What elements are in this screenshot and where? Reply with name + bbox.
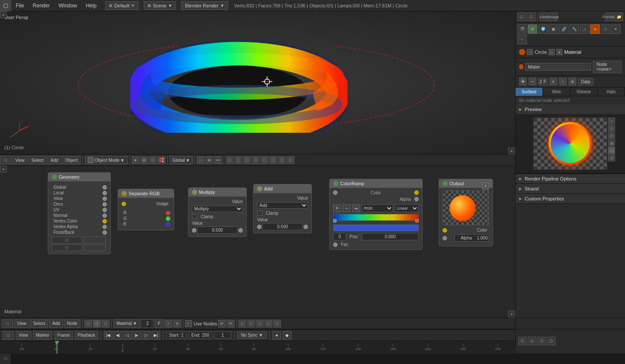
timeline-prev-frame[interactable]: ◀	[113, 331, 122, 340]
node-type-material[interactable]: ⬡	[93, 320, 101, 328]
node-texture-slot2[interactable]	[84, 236, 106, 243]
node-editor-type-btn[interactable]: ⬡	[2, 319, 13, 328]
cr-add-stop[interactable]: +	[333, 204, 341, 212]
tl-right-btn1[interactable]: ⬡	[518, 337, 527, 345]
tl-right-btn3[interactable]: ⬡	[537, 337, 546, 345]
node-view2[interactable]: ⬡	[238, 320, 246, 328]
timeline-frame-btn[interactable]: Frame	[54, 331, 73, 340]
multiply-header[interactable]: Multiply	[188, 188, 246, 197]
prop-scene-btn[interactable]: ⚙	[528, 24, 537, 34]
prev-ctrl-6[interactable]: ⬡	[608, 154, 615, 161]
node-x-btn[interactable]: ✕	[173, 320, 181, 328]
rp-icon-view[interactable]: ⬡	[517, 13, 526, 21]
blender-version-icon[interactable]: ⬡	[0, 353, 11, 364]
mode-selector[interactable]: Object Mode ▼	[85, 156, 128, 164]
socket-vertex-color[interactable]	[103, 219, 107, 223]
timeline-play[interactable]: ▶	[132, 331, 141, 340]
tab-surface[interactable]: Surface	[516, 88, 543, 96]
timeline-play-reverse[interactable]: ◁	[123, 331, 132, 340]
multiply-mode-select[interactable]: Multiply	[192, 206, 243, 212]
rp-image-menu[interactable]: Image	[549, 13, 558, 21]
node-f-btn[interactable]: F	[155, 319, 163, 328]
rp-view-menu[interactable]: View	[539, 13, 548, 21]
output-node[interactable]: Output × Color Alpha 1.000	[439, 179, 493, 246]
snap-icon[interactable]: ⊕	[205, 156, 213, 164]
editor-type-btn[interactable]: ⬡	[0, 156, 11, 164]
node-editor[interactable]: Geometry Global Local View Orco UV Norma…	[0, 166, 515, 318]
timeline-insert-key[interactable]: ◆	[283, 331, 291, 340]
menu-window[interactable]: Window	[54, 0, 82, 11]
menu-help[interactable]: Help	[81, 0, 101, 11]
material-add-slot-btn[interactable]: +	[519, 78, 527, 85]
viewport-extra7[interactable]: ⬡	[278, 156, 286, 164]
node-type-texture[interactable]: ⬡	[102, 320, 109, 328]
node-label-display[interactable]: Node <none>	[593, 61, 622, 73]
material-down-btn[interactable]: −	[559, 78, 567, 85]
timeline-current-frame[interactable]: 1	[214, 331, 231, 339]
node-editor-corner-br[interactable]: +	[508, 311, 515, 318]
socket-b[interactable]	[166, 222, 170, 226]
workspace-selector[interactable]: ⊞ Default ✕	[105, 1, 139, 10]
socket-image-in[interactable]	[122, 202, 126, 206]
proportional-edit[interactable]: ○	[197, 156, 205, 164]
color-ramp-header[interactable]: ColorRamp	[330, 179, 422, 188]
socket-r[interactable]	[166, 211, 170, 215]
timeline-end-frame[interactable]: End: 250	[188, 331, 212, 339]
node-sync1[interactable]: ⟳	[218, 320, 226, 328]
prop-physics-btn[interactable]: ~	[517, 35, 527, 44]
renderer-selector[interactable]: Blender Render ▼	[181, 1, 228, 10]
preview-section-header[interactable]: ▶ Preview	[516, 105, 625, 114]
viewport-shading-solid[interactable]: ●	[132, 156, 139, 164]
node-view5[interactable]: ⬡	[265, 320, 272, 328]
node-view-btn[interactable]: View	[14, 319, 30, 328]
viewport-overlay[interactable]: ⊞	[140, 156, 148, 164]
node-select-btn[interactable]: Select	[30, 319, 49, 328]
path-material-btn[interactable]: ●	[556, 49, 562, 55]
menu-render[interactable]: Render	[28, 0, 54, 11]
viewport-wire[interactable]: ⬡	[149, 156, 157, 164]
viewport-extra5[interactable]: ⬡	[261, 156, 268, 164]
cr-rgb-select[interactable]: RGB	[362, 204, 393, 212]
socket-out-alpha-in[interactable]	[443, 236, 447, 240]
node-view6[interactable]: ⬡	[273, 320, 281, 328]
color-ramp-node[interactable]: ColorRamp Color Alpha + − ⇔ RGB Li	[329, 179, 423, 250]
separate-rgb-header[interactable]: Separate RGB	[118, 189, 174, 198]
geometry-node[interactable]: Geometry Global Local View Orco UV Norma…	[48, 172, 111, 254]
socket-cr-fac-in[interactable]	[333, 190, 337, 195]
socket-cr-color-out[interactable]	[414, 190, 419, 195]
timeline-sync-select[interactable]: No Sync ▼	[237, 331, 267, 339]
viewport-extra8[interactable]: ⬡	[287, 156, 294, 164]
tl-right-btn2[interactable]: ⬡	[528, 337, 536, 345]
prop-modifier-btn[interactable]: 🔧	[569, 24, 579, 34]
coords-selector[interactable]: Global ▼	[169, 156, 193, 164]
viewport-extra3[interactable]: ⬡	[243, 156, 251, 164]
prop-object-btn[interactable]: ▣	[549, 24, 558, 34]
menu-file[interactable]: File	[11, 0, 28, 11]
cr-stop-right[interactable]	[415, 219, 419, 223]
viewport-extra6[interactable]: ⬡	[269, 156, 277, 164]
node-view4[interactable]: ⬡	[256, 320, 264, 328]
tl-right-btn4[interactable]: ⬡	[547, 337, 556, 345]
cr-remove-stop[interactable]: −	[343, 204, 351, 212]
socket-cr-alpha-out[interactable]	[414, 197, 419, 201]
prev-ctrl-5[interactable]: ⬡	[608, 147, 615, 154]
use-nodes-toggle[interactable]: ✓ Use Nodes	[185, 320, 217, 327]
color-ramp-bar-container[interactable]	[333, 214, 419, 223]
socket-orco[interactable]	[103, 202, 107, 207]
node-sync2[interactable]: ⟳	[227, 320, 235, 328]
viewport-extra1[interactable]: ⬡	[226, 156, 234, 164]
prop-material-btn[interactable]: ●	[590, 24, 600, 34]
timeline-type-btn[interactable]: ⬡	[3, 331, 14, 340]
socket-local[interactable]	[103, 191, 107, 195]
material-data-btn[interactable]: Data	[578, 78, 593, 85]
node-plus-btn[interactable]: +	[165, 320, 172, 328]
material-del-btn[interactable]: ✕	[569, 78, 576, 85]
material-remove-slot-btn[interactable]: −	[529, 78, 536, 85]
strand-header[interactable]: ▶ Strand	[516, 184, 625, 193]
socket-global[interactable]	[103, 185, 107, 190]
prop-data-btn[interactable]: △	[580, 24, 589, 34]
socket-add-val-in[interactable]	[257, 225, 261, 229]
timeline-jump-start[interactable]: |◀	[104, 331, 112, 340]
socket-add-val-out[interactable]	[304, 225, 308, 229]
node-material-selector[interactable]: Material ▼	[113, 319, 140, 328]
